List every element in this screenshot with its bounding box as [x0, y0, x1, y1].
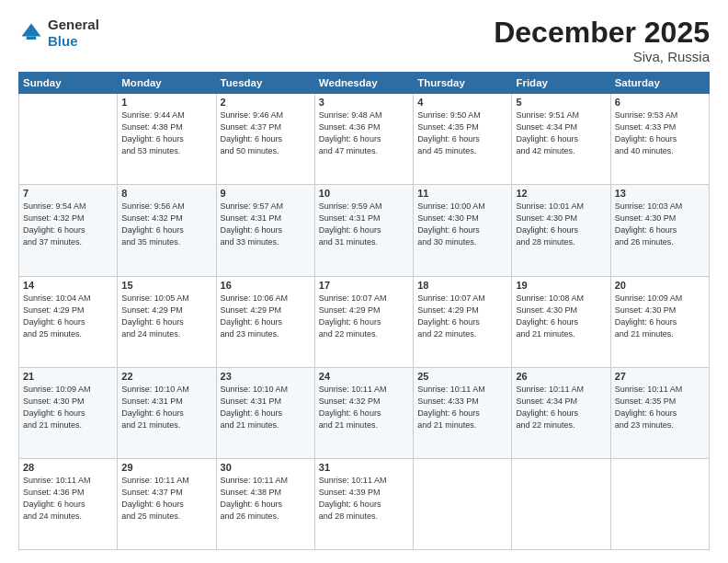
day-number: 30	[221, 462, 311, 473]
table-cell: 15Sunrise: 10:05 AMSunset: 4:29 PMDaylig…	[118, 276, 216, 367]
table-cell: 2Sunrise: 9:46 AMSunset: 4:37 PMDaylight…	[216, 94, 314, 185]
day-number: 18	[417, 280, 507, 291]
day-info: Sunrise: 10:08 AMSunset: 4:30 PMDaylight…	[516, 293, 606, 340]
col-thursday: Thursday	[414, 73, 512, 94]
table-cell: 17Sunrise: 10:07 AMSunset: 4:29 PMDaylig…	[314, 276, 413, 367]
day-info: Sunrise: 10:07 AMSunset: 4:29 PMDaylight…	[417, 293, 507, 340]
table-cell: 5Sunrise: 9:51 AMSunset: 4:34 PMDaylight…	[512, 94, 610, 185]
svg-marker-0	[22, 24, 41, 37]
logo-icon	[18, 20, 44, 46]
day-number: 8	[121, 188, 211, 199]
day-info: Sunrise: 10:09 AMSunset: 4:30 PMDaylight…	[615, 293, 705, 340]
logo: General Blue	[18, 17, 99, 50]
day-number: 12	[516, 188, 606, 199]
day-number: 9	[221, 188, 311, 199]
table-cell: 25Sunrise: 10:11 AMSunset: 4:33 PMDaylig…	[414, 367, 512, 458]
month-title: December 2025	[494, 17, 710, 49]
table-cell	[414, 458, 512, 549]
table-cell: 26Sunrise: 10:11 AMSunset: 4:34 PMDaylig…	[512, 367, 610, 458]
logo-text: General Blue	[48, 17, 99, 50]
day-info: Sunrise: 9:53 AMSunset: 4:33 PMDaylight:…	[615, 109, 705, 157]
day-info: Sunrise: 10:01 AMSunset: 4:30 PMDaylight…	[516, 201, 606, 248]
day-info: Sunrise: 9:59 AMSunset: 4:31 PMDaylight:…	[319, 201, 409, 248]
table-cell: 10Sunrise: 9:59 AMSunset: 4:31 PMDayligh…	[314, 185, 413, 276]
day-info: Sunrise: 10:00 AMSunset: 4:30 PMDaylight…	[417, 201, 507, 248]
table-cell: 27Sunrise: 10:11 AMSunset: 4:35 PMDaylig…	[610, 367, 709, 458]
table-cell: 20Sunrise: 10:09 AMSunset: 4:30 PMDaylig…	[610, 276, 709, 367]
logo-general: General	[48, 17, 99, 32]
svg-rect-1	[27, 37, 37, 40]
day-info: Sunrise: 10:07 AMSunset: 4:29 PMDaylight…	[319, 293, 409, 340]
day-info: Sunrise: 10:11 AMSunset: 4:33 PMDaylight…	[417, 384, 507, 431]
day-number: 20	[615, 280, 705, 291]
day-number: 6	[615, 97, 705, 108]
day-number: 17	[319, 280, 409, 291]
table-cell: 24Sunrise: 10:11 AMSunset: 4:32 PMDaylig…	[314, 367, 413, 458]
table-cell	[19, 94, 118, 185]
day-info: Sunrise: 10:11 AMSunset: 4:35 PMDaylight…	[615, 384, 705, 431]
table-cell: 19Sunrise: 10:08 AMSunset: 4:30 PMDaylig…	[512, 276, 610, 367]
day-number: 29	[121, 462, 211, 473]
day-number: 21	[23, 371, 113, 382]
day-number: 31	[319, 462, 409, 473]
table-cell: 14Sunrise: 10:04 AMSunset: 4:29 PMDaylig…	[19, 276, 118, 367]
day-number: 19	[516, 280, 606, 291]
title-section: December 2025 Siva, Russia	[494, 17, 710, 64]
col-friday: Friday	[512, 73, 610, 94]
day-info: Sunrise: 9:54 AMSunset: 4:32 PMDaylight:…	[23, 201, 113, 248]
table-cell: 31Sunrise: 10:11 AMSunset: 4:39 PMDaylig…	[314, 458, 413, 549]
day-info: Sunrise: 10:11 AMSunset: 4:39 PMDaylight…	[319, 475, 409, 523]
col-wednesday: Wednesday	[314, 73, 413, 94]
day-info: Sunrise: 9:44 AMSunset: 4:38 PMDaylight:…	[121, 109, 211, 157]
day-info: Sunrise: 10:11 AMSunset: 4:38 PMDaylight…	[221, 475, 311, 523]
day-number: 28	[23, 462, 113, 473]
day-info: Sunrise: 10:06 AMSunset: 4:29 PMDaylight…	[221, 293, 311, 340]
table-cell: 29Sunrise: 10:11 AMSunset: 4:37 PMDaylig…	[118, 458, 216, 549]
day-number: 11	[417, 188, 507, 199]
table-cell: 18Sunrise: 10:07 AMSunset: 4:29 PMDaylig…	[414, 276, 512, 367]
table-cell: 1Sunrise: 9:44 AMSunset: 4:38 PMDaylight…	[118, 94, 216, 185]
day-info: Sunrise: 9:51 AMSunset: 4:34 PMDaylight:…	[516, 109, 606, 157]
day-number: 4	[417, 97, 507, 108]
day-number: 2	[221, 97, 311, 108]
day-number: 3	[319, 97, 409, 108]
table-cell: 13Sunrise: 10:03 AMSunset: 4:30 PMDaylig…	[610, 185, 709, 276]
col-monday: Monday	[118, 73, 216, 94]
day-info: Sunrise: 10:05 AMSunset: 4:29 PMDaylight…	[121, 293, 211, 340]
table-cell: 4Sunrise: 9:50 AMSunset: 4:35 PMDaylight…	[414, 94, 512, 185]
table-cell: 23Sunrise: 10:10 AMSunset: 4:31 PMDaylig…	[216, 367, 314, 458]
table-cell: 22Sunrise: 10:10 AMSunset: 4:31 PMDaylig…	[118, 367, 216, 458]
day-info: Sunrise: 9:46 AMSunset: 4:37 PMDaylight:…	[221, 109, 311, 157]
calendar-week-row: 14Sunrise: 10:04 AMSunset: 4:29 PMDaylig…	[19, 276, 710, 367]
table-cell: 9Sunrise: 9:57 AMSunset: 4:31 PMDaylight…	[216, 185, 314, 276]
logo-blue: Blue	[48, 33, 78, 49]
day-number: 16	[221, 280, 311, 291]
day-number: 22	[121, 371, 211, 382]
col-sunday: Sunday	[19, 73, 118, 94]
day-info: Sunrise: 9:56 AMSunset: 4:32 PMDaylight:…	[121, 201, 211, 248]
day-info: Sunrise: 10:09 AMSunset: 4:30 PMDaylight…	[23, 384, 113, 431]
day-number: 1	[121, 97, 211, 108]
day-info: Sunrise: 10:11 AMSunset: 4:36 PMDaylight…	[23, 475, 113, 523]
day-info: Sunrise: 10:11 AMSunset: 4:32 PMDaylight…	[319, 384, 409, 431]
day-info: Sunrise: 9:50 AMSunset: 4:35 PMDaylight:…	[417, 109, 507, 157]
table-cell: 11Sunrise: 10:00 AMSunset: 4:30 PMDaylig…	[414, 185, 512, 276]
day-info: Sunrise: 9:48 AMSunset: 4:36 PMDaylight:…	[319, 109, 409, 157]
table-cell	[610, 458, 709, 549]
day-number: 13	[615, 188, 705, 199]
day-info: Sunrise: 10:11 AMSunset: 4:37 PMDaylight…	[121, 475, 211, 523]
table-cell: 28Sunrise: 10:11 AMSunset: 4:36 PMDaylig…	[19, 458, 118, 549]
day-number: 26	[516, 371, 606, 382]
table-cell: 8Sunrise: 9:56 AMSunset: 4:32 PMDaylight…	[118, 185, 216, 276]
table-cell	[512, 458, 610, 549]
table-cell: 6Sunrise: 9:53 AMSunset: 4:33 PMDaylight…	[610, 94, 709, 185]
table-cell: 12Sunrise: 10:01 AMSunset: 4:30 PMDaylig…	[512, 185, 610, 276]
calendar-table: Sunday Monday Tuesday Wednesday Thursday…	[18, 72, 710, 550]
location: Siva, Russia	[494, 49, 710, 64]
day-number: 14	[23, 280, 113, 291]
calendar-week-row: 1Sunrise: 9:44 AMSunset: 4:38 PMDaylight…	[19, 94, 710, 185]
day-number: 24	[319, 371, 409, 382]
calendar-week-row: 21Sunrise: 10:09 AMSunset: 4:30 PMDaylig…	[19, 367, 710, 458]
day-info: Sunrise: 10:10 AMSunset: 4:31 PMDaylight…	[221, 384, 311, 431]
day-number: 15	[121, 280, 211, 291]
